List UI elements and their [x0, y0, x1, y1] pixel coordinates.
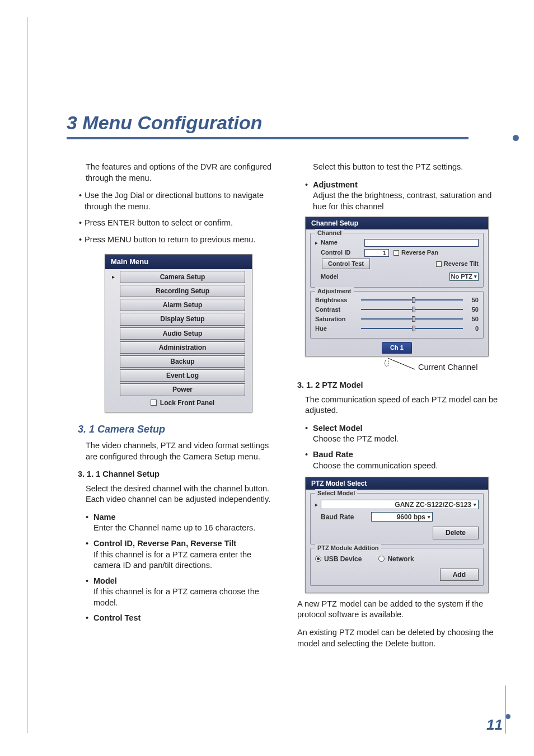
channel-group: Channel ▸ Name Control ID 1 Reverse Pan — [310, 233, 484, 288]
bullet-icon: • — [86, 576, 93, 609]
model-select-dropdown[interactable]: GANZ ZC-S122/ZC-S123 ▾ — [321, 500, 479, 509]
usb-device-radio[interactable] — [315, 556, 321, 562]
slider-thumb-icon[interactable] — [412, 316, 415, 322]
intro-bullet: • Use the Jog Dial or directional button… — [79, 190, 279, 212]
channel-intro: Select the desired channel with the chan… — [86, 483, 279, 505]
bullet-text: Use the Jog Dial or directional buttons … — [85, 190, 279, 212]
add-button[interactable]: Add — [440, 569, 479, 581]
option-title: Select Model — [313, 424, 363, 433]
reverse-pan-checkbox[interactable] — [394, 250, 399, 256]
group-label-channel: Channel — [315, 229, 344, 237]
bullet-icon: • — [86, 512, 93, 534]
reverse-tilt-checkbox[interactable] — [436, 261, 442, 267]
channel-setup-title: Channel Setup — [306, 217, 488, 229]
intro-bullet: • Press MENU button to return to previou… — [79, 234, 279, 246]
option-title: Control ID, Reverse Pan, Reverse Tilt — [93, 539, 236, 548]
main-menu-title: Main Menu — [105, 255, 252, 269]
menu-item-recording-setup[interactable]: Recording Setup — [120, 285, 245, 297]
delete-button[interactable]: Delete — [433, 527, 479, 539]
adjustment-group: Adjustment Brightness 50 Contrast 50 — [310, 291, 484, 339]
slider-label: Brightness — [315, 296, 358, 304]
bullet-icon: • — [79, 190, 85, 212]
contrast-slider[interactable] — [361, 309, 463, 310]
menu-item-display-setup[interactable]: Display Setup — [120, 313, 245, 325]
bullet-icon: • — [86, 538, 93, 571]
menu-item-backup[interactable]: Backup — [120, 355, 245, 368]
slider-thumb-icon[interactable] — [412, 326, 415, 331]
channel-tab[interactable]: Ch 1 — [382, 342, 412, 354]
model-dropdown[interactable]: No PTZ ▾ — [449, 273, 479, 281]
selection-arrow-icon: ▸ — [315, 501, 321, 508]
menu-item-camera-setup[interactable]: Camera Setup — [120, 271, 245, 283]
page-frame: 3 Menu Configuration The features and op… — [27, 17, 508, 733]
bullet-icon: • — [79, 218, 85, 229]
baud-rate-value: 9600 bps — [397, 513, 425, 522]
bullet-icon: • — [305, 423, 313, 445]
h3-ptz-model: 3. 1. 2 PTZ Model — [297, 380, 499, 391]
title-rule — [67, 137, 503, 139]
network-radio[interactable] — [378, 556, 385, 562]
slider-value: 50 — [466, 296, 479, 304]
bullet-text: Press ENTER button to select or confirm. — [85, 218, 279, 229]
option-title: Name — [93, 513, 116, 522]
option-title: Baud Rate — [313, 450, 353, 459]
menu-item-alarm-setup[interactable]: Alarm Setup — [120, 299, 245, 311]
page-corner-line — [505, 685, 506, 734]
svg-line-0 — [388, 358, 415, 369]
menu-item-event-log[interactable]: Event Log — [120, 369, 245, 382]
name-input[interactable] — [364, 239, 479, 247]
control-id-input[interactable]: 1 — [364, 249, 389, 257]
slider-row: Brightness 50 — [315, 296, 479, 304]
ptz-title: PTZ Model Select — [306, 477, 488, 490]
slider-label: Contrast — [315, 306, 358, 314]
name-label: Name — [321, 238, 364, 247]
control-id-label: Control ID — [321, 248, 364, 257]
bullet-text: Press MENU button to return to previous … — [85, 234, 279, 246]
chevron-down-icon: ▾ — [474, 501, 476, 508]
page-number: 11 — [486, 716, 503, 734]
slider-value: 50 — [466, 315, 479, 323]
select-model-group: Select Model ▸ GANZ ZC-S122/ZC-S123 ▾ Ba… — [310, 493, 484, 544]
intro-bullet: • Press ENTER button to select or confir… — [79, 218, 279, 229]
option-bullet: • Model If this channel is for a PTZ cam… — [86, 576, 279, 609]
baud-rate-dropdown[interactable]: 9600 bps ▾ — [371, 512, 433, 522]
bullet-icon: • — [305, 449, 313, 471]
group-label-ptz-addition: PTZ Module Addition — [315, 544, 381, 552]
lock-checkbox[interactable] — [151, 400, 157, 406]
lock-front-panel-row: Lock Front Panel — [120, 398, 245, 407]
menu-item-administration[interactable]: Administration — [120, 341, 245, 354]
ptz-para1: A new PTZ model can be added to the syst… — [297, 599, 499, 621]
control-test-button[interactable]: Control Test — [322, 259, 370, 269]
option-desc: Choose the PTZ model. — [313, 434, 399, 443]
option-title: Adjustment — [313, 180, 358, 189]
option-desc: Enter the Channel name up to 16 characte… — [93, 523, 255, 532]
option-bullet: • Name Enter the Channel name up to 16 c… — [86, 512, 279, 534]
slider-thumb-icon[interactable] — [412, 297, 415, 303]
ptz-model-select-screenshot: PTZ Model Select Select Model ▸ GANZ ZC-… — [305, 477, 489, 593]
bullet-icon: • — [305, 180, 313, 213]
right-column: Select this button to test the PTZ setti… — [297, 162, 499, 656]
menu-item-audio-setup[interactable]: Audio Setup — [120, 327, 245, 340]
ptz-intro: The communication speed of each PTZ mode… — [305, 395, 499, 416]
bullet-icon: • — [86, 613, 93, 624]
slider-row: Contrast 50 — [315, 306, 479, 314]
slider-thumb-icon[interactable] — [412, 307, 415, 312]
group-label-adjustment: Adjustment — [315, 287, 354, 295]
menu-item-power[interactable]: Power — [120, 383, 245, 396]
h3-channel-setup: 3. 1. 1 Channel Setup — [78, 469, 279, 480]
ptz-para2: An existing PTZ model can be deleted by … — [297, 627, 499, 649]
page-dot-icon — [505, 714, 510, 719]
slider-label: Saturation — [315, 315, 358, 323]
hue-slider[interactable] — [361, 328, 463, 329]
channel-tab-bar: Ch 1 — [306, 342, 488, 354]
control-test-desc: Select this button to test the PTZ setti… — [313, 162, 499, 173]
title-dot-icon — [513, 135, 519, 141]
network-label: Network — [387, 555, 414, 564]
model-select-value: GANZ ZC-S122/ZC-S123 — [395, 500, 471, 509]
lock-label: Lock Front Panel — [160, 398, 214, 407]
brightness-slider[interactable] — [361, 299, 463, 300]
saturation-slider[interactable] — [361, 318, 463, 320]
selection-arrow-icon: ▸ — [315, 240, 321, 246]
channel-setup-screenshot: Channel Setup Channel ▸ Name Control ID … — [305, 217, 489, 356]
option-bullet: • Baud Rate Choose the communication spe… — [305, 449, 499, 471]
